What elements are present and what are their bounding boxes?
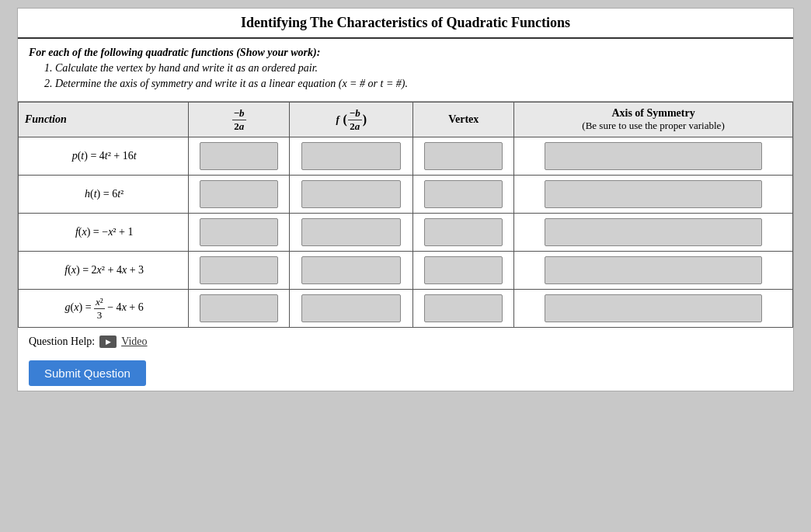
fb2a-input-cell-5[interactable] [289,290,413,328]
fb2a-input-cell-2[interactable] [289,176,413,214]
fb2a-input-cell-1[interactable] [289,137,413,176]
video-icon[interactable]: ▶ [99,336,117,348]
b2a-input-cell-3[interactable] [189,214,290,252]
table-row: f(x) = −x² + 1 [19,214,793,252]
vertex-input-cell-5[interactable] [413,290,514,328]
col-header-axis: Axis of Symmetry (Be sure to use the pro… [514,103,793,137]
b2a-input-cell-1[interactable] [189,137,290,176]
table-row: f(x) = 2x² + 4x + 3 [19,252,793,290]
page-container: Identifying The Characteristics of Quadr… [17,8,794,391]
page-title: Identifying The Characteristics of Quadr… [18,9,793,39]
function-cell-2: h(t) = 6t² [19,176,189,214]
submit-button[interactable]: Submit Question [29,360,146,386]
col-header-fb2a: f ( −b 2a ) [289,103,413,137]
axis-input-cell-3[interactable] [514,214,793,252]
function-cell-3: f(x) = −x² + 1 [19,214,189,252]
axis-input-cell-2[interactable] [514,176,793,214]
video-label[interactable]: Video [121,336,147,348]
function-cell-1: p(t) = 4t² + 16t [19,137,189,176]
table-row: h(t) = 6t² [19,176,793,214]
b2a-input-cell-2[interactable] [189,176,290,214]
vertex-input-cell-4[interactable] [413,252,514,290]
fb2a-input-cell-3[interactable] [289,214,413,252]
quadratic-table: Function −b 2a f ( −b 2a [18,102,793,328]
function-cell-5: g(x) = x² 3 − 4x + 6 [19,290,189,328]
vertex-input-cell-2[interactable] [413,176,514,214]
fb2a-input-cell-4[interactable] [289,252,413,290]
question-help-label: Question Help: [29,336,95,348]
axis-input-cell-5[interactable] [514,290,793,328]
table-row: g(x) = x² 3 − 4x + 6 [19,290,793,328]
table-row: p(t) = 4t² + 16t [19,137,793,176]
instructions: For each of the following quadratic func… [18,39,793,102]
col-header-function: Function [19,103,189,137]
function-cell-4: f(x) = 2x² + 4x + 3 [19,252,189,290]
footer-row: Question Help: ▶ Video [18,328,793,356]
vertex-input-cell-1[interactable] [413,137,514,176]
vertex-input-cell-3[interactable] [413,214,514,252]
instruction-2: 2. Determine the axis of symmetry and wr… [44,78,782,90]
b2a-input-cell-4[interactable] [189,252,290,290]
b2a-input-cell-5[interactable] [189,290,290,328]
axis-input-cell-1[interactable] [514,137,793,176]
col-header-vertex: Vertex [413,103,514,137]
instruction-1: 1. Calculate the vertex by hand and writ… [44,62,782,75]
col-header-b2a: −b 2a [189,103,290,137]
axis-input-cell-4[interactable] [514,252,793,290]
instructions-intro: For each of the following quadratic func… [29,47,782,59]
